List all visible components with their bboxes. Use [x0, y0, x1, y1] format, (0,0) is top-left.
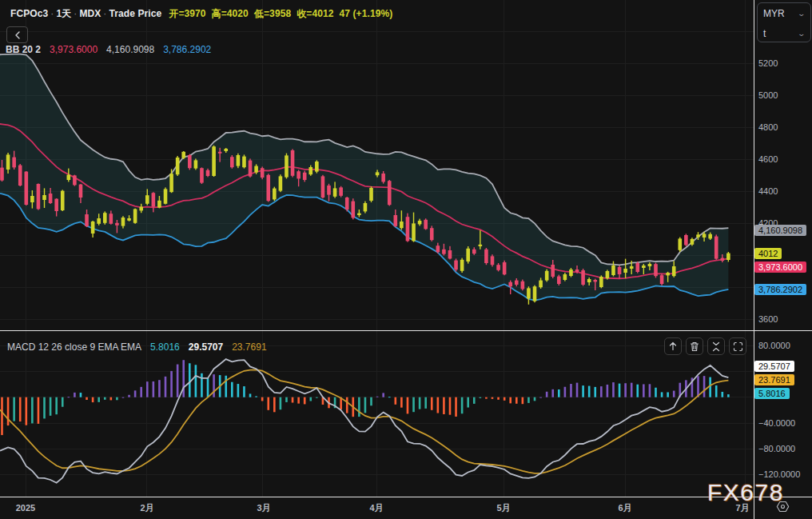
candle-body — [181, 152, 185, 158]
candle-body — [406, 217, 410, 241]
macd-hist-bar — [86, 397, 88, 400]
macd-hist-bar — [624, 383, 627, 397]
candle-body — [430, 228, 434, 240]
series-type-label: Trade Price — [109, 8, 161, 19]
candle-body — [85, 214, 89, 226]
pane-delete-button[interactable] — [686, 337, 703, 355]
macd-hist-bar — [407, 397, 409, 414]
candle-body — [67, 175, 71, 180]
candle-body — [152, 193, 156, 206]
macd-hist-bar — [546, 392, 548, 397]
time-axis-month-label[interactable]: 3月 — [257, 503, 270, 513]
macd-hist-bar — [643, 384, 645, 397]
candle-body — [273, 189, 277, 200]
macd-hist-bar — [231, 382, 233, 397]
symbol-name[interactable]: FCPOc3 — [10, 8, 48, 19]
candle-body — [479, 245, 483, 246]
macd-hist-bar — [158, 380, 161, 397]
interval-label[interactable]: 1天 — [56, 8, 71, 19]
candle-body — [54, 199, 58, 211]
candle-body — [357, 214, 361, 215]
time-axis-month-label[interactable]: 2月 — [140, 503, 153, 513]
macd-indicator-row[interactable]: MACD 12 26 close 9 EMA EMA5.801629.57072… — [7, 341, 267, 353]
candle-body — [654, 264, 658, 276]
candle-body — [672, 266, 676, 276]
bb-upper-value: 4,160.9098 — [106, 44, 154, 55]
candle-wick — [643, 264, 644, 274]
macd-hist-bar — [285, 397, 288, 402]
candle-body — [623, 269, 627, 273]
axis-unit-selector: MYR ⌄ t ⌄ — [757, 2, 811, 42]
candle-body — [109, 214, 113, 224]
arrow-up-icon — [668, 341, 678, 351]
candle-body — [18, 166, 22, 186]
macd-hist-bar — [104, 397, 106, 400]
macd-tick-label: 80.0000 — [758, 341, 790, 350]
candle-body — [230, 157, 234, 167]
macd-tick-label: −80.0000 — [758, 444, 795, 453]
candle-body — [364, 203, 368, 211]
candle-body — [388, 181, 392, 205]
macd-hist-bar — [370, 397, 372, 406]
macd-hist-bar — [449, 397, 452, 415]
candle-body — [188, 155, 192, 168]
candle-body — [285, 155, 289, 177]
candle-body — [635, 263, 639, 272]
bb-indicator-row[interactable]: BB 20 23,973.60004,160.90983,786.2902 — [6, 44, 211, 55]
candle-body — [308, 167, 312, 174]
candle-body — [424, 220, 428, 230]
macd-line-axis-label: 29.5707 — [754, 361, 794, 372]
macd-hist-bar — [74, 393, 76, 397]
candle-body — [145, 195, 149, 204]
macd-line — [0, 359, 728, 483]
pane-collapse-button[interactable] — [707, 337, 725, 355]
close-value: 收=4012 — [297, 8, 333, 19]
macd-hist-bar — [128, 395, 130, 397]
time-axis-month-label[interactable]: 5月 — [496, 503, 510, 513]
candle-body — [587, 279, 591, 282]
time-axis-month-label[interactable]: 4月 — [369, 503, 383, 513]
macd-hist-bar — [431, 397, 433, 410]
macd-hist-bar — [7, 397, 10, 425]
bb-lower-price-label: 3,786.2902 — [754, 284, 806, 295]
macd-hist-bar — [515, 397, 518, 404]
candle-body — [194, 160, 198, 168]
candle-body — [460, 260, 464, 271]
macd-hist-bar — [594, 387, 596, 397]
currency-dropdown[interactable]: MYR ⌄ — [758, 3, 810, 23]
axis-settings-button[interactable] — [776, 501, 790, 516]
candle-body — [6, 154, 10, 170]
macd-hist-bar — [92, 397, 94, 402]
candle-body — [721, 258, 725, 261]
candle-body — [139, 207, 143, 211]
candle-wick — [219, 148, 220, 162]
price-chart-canvas[interactable]: 520050004800460044004200360080.0000−40.0… — [0, 0, 812, 519]
time-axis-month-label[interactable]: 6月 — [618, 503, 631, 513]
unit-dropdown[interactable]: t ⌄ — [758, 23, 810, 43]
pane-maximize-button[interactable] — [729, 337, 746, 355]
back-button[interactable] — [6, 26, 28, 43]
pane-move-up-button[interactable] — [664, 337, 682, 355]
candle-body — [127, 218, 131, 221]
candle-body — [557, 277, 561, 284]
macd-hist-bar — [582, 385, 584, 397]
candle-body — [206, 170, 210, 176]
candle-body — [200, 168, 204, 182]
macd-hist-bar — [376, 397, 379, 397]
candle-body — [678, 238, 682, 250]
candle-body — [212, 146, 216, 176]
price-tick-label: 4400 — [758, 186, 778, 196]
macd-signal-axis-label: 23.7691 — [754, 374, 794, 385]
exchange-label: MDX — [79, 8, 101, 19]
candle-body — [261, 168, 265, 178]
macd-hist-bar — [309, 397, 312, 401]
separator-dot: · — [71, 8, 79, 19]
macd-hist-bar — [576, 383, 579, 397]
candle-body — [97, 218, 101, 224]
candle-body — [12, 158, 16, 168]
time-axis-month-label[interactable]: 2025 — [16, 503, 35, 513]
open-value: 开=3970 — [169, 8, 205, 19]
macd-hist-bar — [26, 397, 28, 425]
candle-body — [684, 235, 688, 245]
macd-hist-bar — [570, 384, 572, 397]
